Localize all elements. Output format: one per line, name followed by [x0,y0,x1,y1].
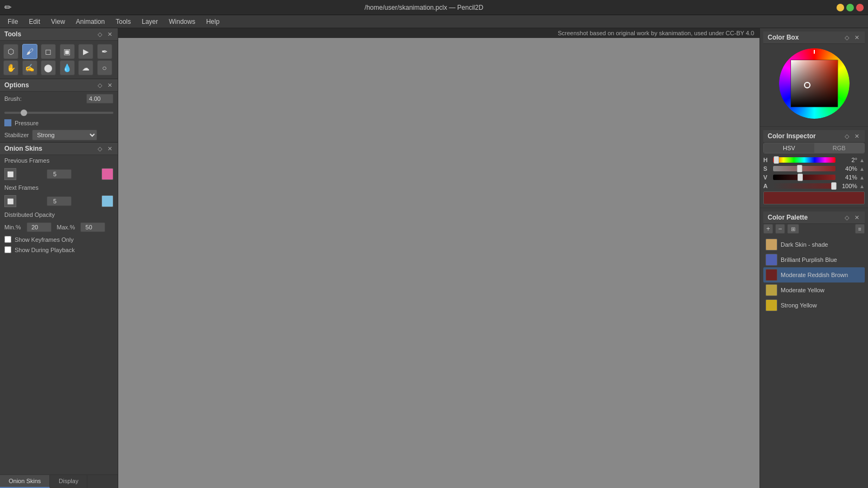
saturation-slider[interactable] [773,166,835,171]
maximize-button[interactable] [846,4,854,11]
onion-float-icon[interactable]: ◇ [96,145,104,152]
tool-calligraphy[interactable]: ✍ [22,60,37,75]
show-playback-row: Show During Playback [0,245,118,255]
tool-brush[interactable]: 🖌 [22,44,37,59]
menu-tools[interactable]: Tools [110,17,136,27]
menu-edit[interactable]: Edit [23,17,46,27]
menu-windows[interactable]: Windows [163,17,201,27]
tool-pointer[interactable]: ▶ [78,44,93,59]
next-color-box[interactable] [101,195,113,207]
pressure-checkbox[interactable] [4,119,11,126]
show-keyframes-checkbox[interactable] [4,236,11,243]
prev-color-box[interactable] [101,168,113,180]
stabilizer-select[interactable]: None Weak Strong Very Strong [32,130,97,140]
palette-list: Dark Skin - shade Brilliant Purplish Blu… [763,237,865,313]
previous-frames-label: Previous Frames [4,157,49,164]
show-playback-checkbox[interactable] [4,246,11,253]
pressure-label: Pressure [15,120,39,126]
tool-transform[interactable]: ⬡ [3,44,18,59]
reddish-brown-swatch [765,269,777,281]
cp-close-icon[interactable]: ✕ [853,214,860,221]
tab-display[interactable]: Display [50,475,87,488]
tool-hand[interactable]: ✋ [3,60,18,75]
menu-help[interactable]: Help [201,17,225,27]
alpha-row: A 100% ▲ [763,183,865,189]
palette-item-reddish-brown[interactable]: Moderate Reddish Brown [763,267,865,282]
next-frames-row: ⬜ [0,193,118,209]
palette-item-dark-skin[interactable]: Dark Skin - shade [763,237,865,252]
reddish-brown-name: Moderate Reddish Brown [781,272,848,278]
tools-grid: ⬡ 🖌 ◻ ▣ ▶ ✒ ✋ ✍ ⬤ 💧 ☁ ○ [0,41,118,79]
s-label: S [763,165,771,172]
color-wheel-svg[interactable] [779,48,850,119]
menu-layer[interactable]: Layer [136,17,163,27]
canvas-container[interactable] [118,38,760,488]
v-up-arrow[interactable]: ▲ [859,175,865,181]
color-preview[interactable] [763,191,865,204]
ci-float-icon[interactable]: ◇ [843,132,851,140]
menu-view[interactable]: View [46,17,71,27]
close-button[interactable] [856,4,864,11]
s-up-arrow[interactable]: ▲ [859,166,865,172]
minimize-button[interactable] [837,4,844,11]
previous-frames-label-row: Previous Frames [0,155,118,166]
options-float-icon[interactable]: ◇ [96,81,104,89]
palette-item-moderate-yellow[interactable]: Moderate Yellow [763,282,865,298]
options-panel-header: Options ◇ ✕ [0,79,118,92]
tool-eraser[interactable]: ◻ [41,44,56,59]
alpha-slider[interactable] [773,183,835,189]
canvas-info: Screenshot based on original work by ska… [118,28,760,38]
tools-close-icon[interactable]: ✕ [106,30,113,38]
tools-float-icon[interactable]: ◇ [96,30,104,38]
value-slider[interactable] [773,175,835,180]
brush-size-input[interactable] [86,94,113,104]
tools-panel-title: Tools [4,30,21,38]
hue-slider[interactable] [773,157,835,163]
prev-frames-input[interactable] [47,169,72,179]
hue-row: H 2° ▲ [763,157,865,163]
brush-slider[interactable] [4,112,113,114]
purplish-blue-swatch [765,254,777,266]
remove-color-button[interactable]: − [775,224,785,234]
options-panel: Options ◇ ✕ Brush: Pressure Stabilizer [0,79,118,142]
color-box-panel: Color Box ◇ ✕ [760,28,868,126]
color-palette-toolbar: + − ⊞ ≡ [763,224,865,234]
add-color-button[interactable]: + [763,224,773,234]
h-up-arrow[interactable]: ▲ [859,157,865,163]
color-wheel[interactable] [779,48,850,119]
menu-icon[interactable]: ≡ [855,224,865,234]
tool-fill[interactable]: ⬤ [41,60,56,75]
options-close-icon[interactable]: ✕ [106,81,113,89]
tool-select[interactable]: ▣ [60,44,75,59]
h-value: 2° [838,157,857,163]
cp-float-icon[interactable]: ◇ [843,214,851,221]
next-frames-input[interactable] [47,196,72,206]
tool-skin[interactable]: ○ [97,60,112,75]
h-label: H [763,157,771,163]
palette-item-purplish-blue[interactable]: Brilliant Purplish Blue [763,252,865,267]
grid-view-button[interactable]: ⊞ [787,224,799,234]
max-opacity-input[interactable] [80,222,105,232]
tab-onion-skins[interactable]: Onion Skins [0,475,50,488]
right-panel: Color Box ◇ ✕ [760,28,868,488]
min-opacity-input[interactable] [27,222,52,232]
color-box-close-icon[interactable]: ✕ [853,34,860,41]
v-label: V [763,174,771,181]
ci-close-icon[interactable]: ✕ [853,132,860,140]
menu-animation[interactable]: Animation [71,17,110,27]
tab-rgb[interactable]: RGB [814,143,865,153]
show-playback-label: Show During Playback [15,247,75,253]
value-row: V 41% ▲ [763,174,865,181]
color-palette-header: Color Palette ◇ ✕ [763,211,865,224]
menu-file[interactable]: File [2,17,23,27]
a-up-arrow[interactable]: ▲ [859,183,865,189]
left-panel: Tools ◇ ✕ ⬡ 🖌 ◻ ▣ ▶ ✒ ✋ ✍ ⬤ 💧 ☁ ○ [0,28,118,488]
onion-close-icon[interactable]: ✕ [106,145,113,152]
tool-smudge[interactable]: ☁ [78,60,93,75]
palette-item-strong-yellow[interactable]: Strong Yellow [763,298,865,313]
tab-hsv[interactable]: HSV [764,143,814,153]
tool-pen[interactable]: ✒ [97,44,112,59]
color-box-float-icon[interactable]: ◇ [843,34,851,41]
stabilizer-label: Stabilizer [4,132,29,138]
tool-eyedropper[interactable]: 💧 [60,60,75,75]
